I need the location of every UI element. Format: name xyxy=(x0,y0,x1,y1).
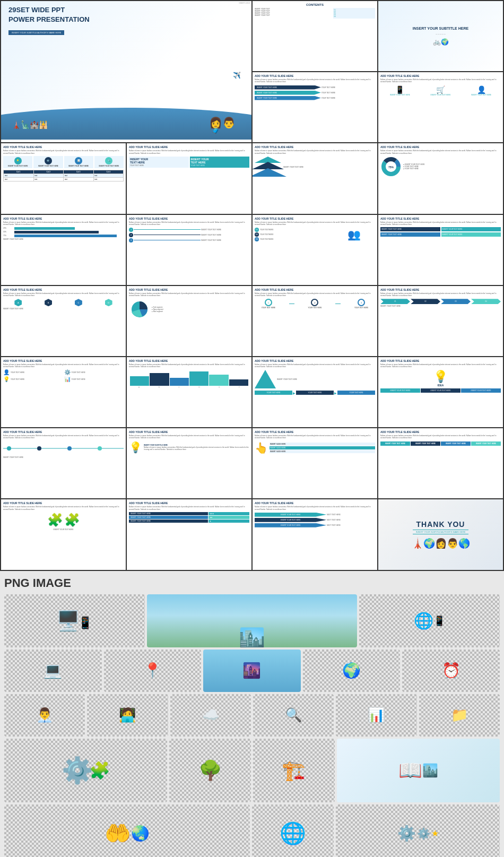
bar-fill-3 xyxy=(14,235,117,237)
slide-r4-steps-body: Nullam et lorem in ipsum facilisis conse… xyxy=(380,292,501,297)
circle-icon-2: ⚙️ xyxy=(45,157,52,165)
slide-r7-ts-title: ADD YOUR TITLE SLIDE HERE xyxy=(255,501,375,505)
slide-r3-num-body: Nullam et lorem in ipsum facilisis conse… xyxy=(255,221,375,226)
png-folder-icon: 📁 xyxy=(451,707,468,723)
phone-label-2: INSERT YOUR TEXT HERE xyxy=(421,94,460,96)
ts-text-1: NEXT TEXT HERE xyxy=(327,514,375,516)
slide-r5-vbar-title: ADD YOUR TITLE SLIDE HERE xyxy=(129,359,249,362)
chev-3: 03 xyxy=(441,299,471,304)
png-book-city: 📖 🏙️ xyxy=(337,739,500,802)
png-city2-icon: 🏙️ xyxy=(422,763,438,778)
num-item-3: 03 YOUR TEXTHERE xyxy=(255,237,332,241)
slide-r2-donut-body: Nullam et lorem in ipsum facilisis conse… xyxy=(380,150,501,154)
png-construction-icon: 🏗️ xyxy=(282,759,306,782)
circle-icon-3: 📊 xyxy=(75,157,82,165)
slide-r2-circles-body: Nullam et lorem in ipsum facilisis conse… xyxy=(3,150,124,154)
cp-item-2: 2 YOUR TEXT HERE xyxy=(308,299,321,309)
slide-r2-col-text: ADD YOUR TITLE SLIDE HERE Nullam et lore… xyxy=(127,143,251,213)
png-globe2-icon: 🌏 xyxy=(131,825,150,842)
slide-r2-donut: ADD YOUR TITLE SLIDE HERE Nullam et lore… xyxy=(378,143,503,213)
png-devices-group: 🖥️ 📱 xyxy=(4,594,145,647)
slide-r5-triangle: ADD YOUR TITLE SLIDE HERE Nullam et lore… xyxy=(253,357,377,427)
pie-chart-svg xyxy=(129,299,150,320)
chev-1: 01 xyxy=(380,299,410,304)
ig-item-2: ⚙️ YOUR TEXT HERE xyxy=(64,369,124,375)
sb-label-1: INSERT YOUR TEXT HERE xyxy=(381,443,409,445)
slide-r3-hbar-title: ADD YOUR TITLE SLIDE HERE xyxy=(3,217,124,220)
tl-dot-4 xyxy=(98,446,102,451)
hero-title-line2: POWER PRESENTATION xyxy=(8,16,244,23)
step-3: YOUR TEXT HERE xyxy=(337,391,375,395)
vbar-labels: ABCDEF xyxy=(129,386,249,388)
png-person-check: 🧑‍💻 xyxy=(87,694,168,737)
cp-text-3: YOUR TEXT HERE xyxy=(354,307,368,309)
slide-r3-hbar-body: Nullam et lorem in ipsum facilisis conse… xyxy=(3,221,124,226)
triangle-shape xyxy=(255,370,276,388)
slide-r4-steps-title: ADD YOUR TITLE SLIDE HERE xyxy=(380,288,501,291)
slide-r6-timeline: ADD YOUR TITLE SLIDE HERE Nullam et lore… xyxy=(1,428,126,498)
num-text-2: YOUR TEXTHERE xyxy=(260,233,273,236)
png-construction: 🏗️ xyxy=(253,739,335,802)
touch-bar-3: INSERT SLIDE HERE xyxy=(270,450,375,453)
chev-desc: INSERT YOUR TEXT HERE xyxy=(380,305,501,307)
sb-label-3: INSERT YOUR TEXT HERE xyxy=(442,443,470,445)
slide-r7-datarows: ADD YOUR TITLE SLIDE HERE Nullam et lore… xyxy=(127,499,251,569)
slide-r7-dr-body: Nullam et lorem in ipsum facilisis conse… xyxy=(129,506,249,510)
tl-dot-2 xyxy=(37,446,41,451)
tl-dot-1 xyxy=(7,446,11,451)
slide-r4-conn-title: ADD YOUR TITLE SLIDE HERE xyxy=(255,288,375,291)
chev-4: 04 xyxy=(471,299,501,304)
vbar-3 xyxy=(170,378,189,386)
chev-2: 02 xyxy=(411,299,440,304)
col-text-b: YOUR TEXT HERE xyxy=(191,165,249,167)
bar-fill-2 xyxy=(14,231,99,233)
png-magnify: 🔍 xyxy=(253,694,334,737)
svg-text:75%: 75% xyxy=(388,166,394,169)
slide-r7-tealstep: ADD YOUR TITLE SLIDE HERE Nullam et lore… xyxy=(253,499,377,569)
donut-chart-svg: 75% xyxy=(380,156,402,177)
bar-fill-1 xyxy=(14,227,75,230)
vbar-2 xyxy=(150,373,169,386)
png-globe-icon: 🌐 xyxy=(414,611,433,630)
slide-r5-vbar-body: Nullam et lorem in ipsum facilisis conse… xyxy=(129,363,249,368)
slide-r6-stepboxes: ADD YOUR TITLE SLIDE HERE Nullam et lore… xyxy=(378,428,503,498)
slide-r5-ig-body: Nullam et lorem in ipsum facilisis conse… xyxy=(3,363,124,368)
sb-label-2: INSERT YOUR TEXT HERE xyxy=(412,443,439,445)
dr-val-2: ■ ■ xyxy=(208,516,249,519)
slide-r4-hex-body: Nullam et lorem in ipsum facilisis conse… xyxy=(3,292,124,297)
slide-r4-hex-title: ADD YOUR TITLE SLIDE HERE xyxy=(3,288,124,291)
contents-item4: INSERT YOUR TEXT xyxy=(255,14,332,16)
slide-r6-bd-body: Nullam et lorem in ipsum facilisis conse… xyxy=(129,435,249,439)
af-text-3: INSERT YOUR TEXT HERE xyxy=(201,239,249,241)
num-badge-2: 02 xyxy=(255,232,259,237)
slide-r2-donut-title: ADD YOUR TITLE SLIDE HERE xyxy=(380,145,501,149)
slide-r5-ig-title: ADD YOUR TITLE SLIDE HERE xyxy=(3,359,124,362)
hero-logo: INSERT LOGO xyxy=(239,2,250,4)
slide-r1-arrows-title: ADD YOUR TITLE SLIDE HERE xyxy=(255,74,375,77)
cp-item-3: 3 YOUR TEXT HERE xyxy=(354,299,368,309)
png-gears1-icon: ⚙️ xyxy=(397,825,416,842)
slide-r2-table: Col 1Col 2Col 3Col 4 texttexttexttext te… xyxy=(3,170,124,181)
png-globehand-icon: 🌍 xyxy=(342,662,361,679)
vbar-4 xyxy=(189,371,208,386)
slide-r1-phone: ADD YOUR TITLE SLIDE HERE Nullam et lore… xyxy=(378,72,503,142)
png-phone-icon: 📱 xyxy=(78,616,92,630)
slide-r7-ts-body: Nullam et lorem in ipsum facilisis conse… xyxy=(255,506,375,510)
cp-conn-2 xyxy=(335,304,341,304)
png-tablet-icon: 💻 xyxy=(44,662,62,679)
ig-text-1: YOUR TEXT HERE xyxy=(11,371,24,374)
step-2: YOUR TEXT HERE xyxy=(296,391,334,395)
num-item-2: 02 YOUR TEXTHERE xyxy=(255,232,332,237)
bar-lbl-3: 75% xyxy=(3,235,14,237)
touch-bar-2: INSERT SLIDE HERE xyxy=(270,446,375,449)
png-cloud-icon: ☁️ xyxy=(202,707,219,723)
cp-conn-1 xyxy=(289,304,294,304)
af-line-1 xyxy=(134,229,201,230)
step-1: YOUR TEXT HERE xyxy=(255,391,292,395)
png-folder: 📁 xyxy=(419,694,500,737)
hero-subtitle: INSERT YOUR SUBTITLE AUTHOR'S NAME HERE xyxy=(8,30,64,35)
slide-r3-boxes-body: Nullam et lorem in ipsum facilisis conse… xyxy=(380,221,501,226)
png-puzzle-large-icon: 🧩 xyxy=(89,760,110,781)
slide-r5-vbar: ADD YOUR TITLE SLIDE HERE Nullam et lore… xyxy=(127,357,251,427)
cp-item-1: 1 YOUR TEXT HERE xyxy=(262,299,275,309)
